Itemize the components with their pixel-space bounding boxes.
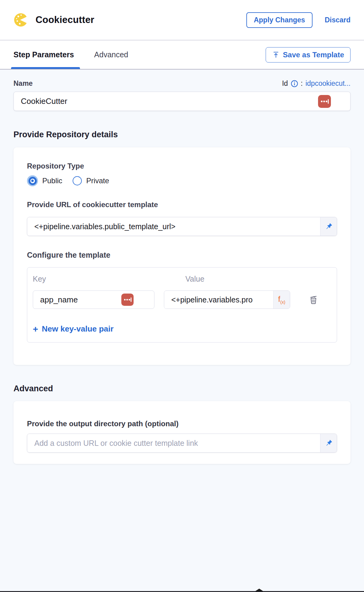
repository-section-title: Provide Repository details <box>13 130 351 139</box>
fx-expression-icon: f(x) <box>278 295 285 305</box>
radio-selected-icon <box>27 175 38 186</box>
value-input[interactable] <box>164 291 273 309</box>
repository-details-card: Repository Type Public Private Provide U… <box>13 147 351 365</box>
name-input-wrap <box>13 92 351 111</box>
new-key-value-pair-label: New key-value pair <box>42 324 114 334</box>
delete-row-button[interactable] <box>308 294 319 305</box>
id-value[interactable]: idpcookiecut... <box>305 79 351 88</box>
page-title: Cookiecutter <box>36 14 94 25</box>
upload-icon <box>272 51 280 59</box>
cookiecutter-logo-icon <box>13 12 29 28</box>
name-label: Name <box>13 79 33 88</box>
new-key-value-pair-button[interactable]: + New key-value pair <box>33 324 114 334</box>
pin-runtime-input-button[interactable] <box>320 434 337 452</box>
output-directory-label: Provide the output directory path (optio… <box>27 419 337 428</box>
header: Cookiecutter Apply Changes Discard <box>0 0 364 40</box>
radio-unselected-icon <box>73 176 82 185</box>
output-directory-input[interactable] <box>27 434 320 452</box>
tab-step-parameters-label: Step Parameters <box>13 50 74 59</box>
save-as-template-button[interactable]: Save as Template <box>266 47 351 63</box>
apply-changes-button[interactable]: Apply Changes <box>246 12 312 28</box>
step-parameters-form: Name Id : idpcookiecut... <box>0 79 364 464</box>
advanced-card: Provide the output directory path (optio… <box>13 401 351 464</box>
radio-public-label: Public <box>42 176 62 185</box>
name-id-row: Name Id : idpcookiecut... <box>13 79 351 88</box>
info-icon[interactable] <box>291 80 298 87</box>
key-column-header: Key <box>33 275 154 283</box>
key-value-row: f(x) <box>33 290 331 309</box>
radio-option-private[interactable]: Private <box>73 176 109 185</box>
step-id-group: Id : idpcookiecut... <box>282 79 351 88</box>
trash-icon <box>308 294 319 305</box>
active-tab-underline <box>11 67 80 69</box>
id-label: Id <box>282 79 288 88</box>
template-url-label: Provide URL of cookiecutter template <box>27 200 337 209</box>
apply-changes-label: Apply Changes <box>254 16 305 24</box>
cookiecutter-step-panel: Cookiecutter Apply Changes Discard Step … <box>0 0 364 592</box>
template-url-input-group <box>27 217 337 236</box>
tab-bar: Step Parameters Advanced Save as Templat… <box>0 40 364 70</box>
repository-type-radio-group: Public Private <box>27 175 337 186</box>
id-separator: : <box>301 79 303 88</box>
value-column-header: Value <box>164 275 290 283</box>
discard-button[interactable]: Discard <box>325 16 351 24</box>
radio-private-label: Private <box>86 176 109 185</box>
fixed-value-type-icon[interactable] <box>121 294 134 306</box>
value-input-group: f(x) <box>164 290 290 309</box>
key-value-headers: Key Value <box>33 275 331 283</box>
tab-advanced[interactable]: Advanced <box>94 41 128 68</box>
pushpin-icon <box>324 222 333 231</box>
key-input[interactable] <box>33 290 154 309</box>
tab-advanced-label: Advanced <box>94 50 128 59</box>
repository-type-label: Repository Type <box>27 162 337 170</box>
configure-template-label: Configure the template <box>27 251 337 260</box>
name-input[interactable] <box>13 92 351 111</box>
expression-type-button[interactable]: f(x) <box>273 291 290 309</box>
radio-option-public[interactable]: Public <box>27 175 62 186</box>
pin-runtime-input-button[interactable] <box>320 217 337 236</box>
save-as-template-label: Save as Template <box>283 51 344 59</box>
fixed-value-type-icon[interactable] <box>318 95 331 108</box>
plus-icon: + <box>33 324 38 334</box>
template-url-input[interactable] <box>27 217 320 236</box>
advanced-section-title: Advanced <box>13 384 351 393</box>
key-value-table: Key Value <box>27 267 337 343</box>
tab-step-parameters[interactable]: Step Parameters <box>13 41 74 68</box>
header-actions: Apply Changes Discard <box>246 12 351 28</box>
key-input-wrap <box>33 290 154 309</box>
pushpin-icon <box>324 439 333 447</box>
output-directory-input-group <box>27 434 337 453</box>
